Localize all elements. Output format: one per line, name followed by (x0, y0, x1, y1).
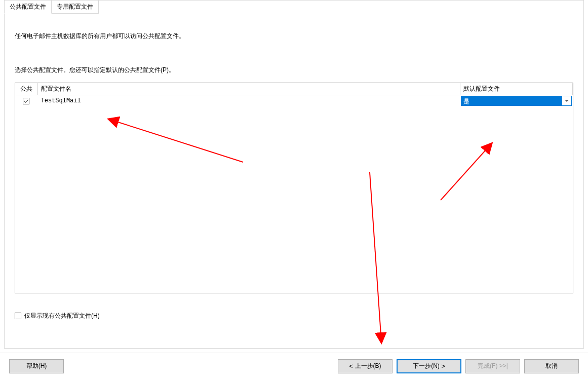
description-text: 任何电子邮件主机数据库的所有用户都可以访问公共配置文件。 (15, 32, 573, 41)
next-button[interactable]: 下一步(N) > (397, 359, 461, 373)
chevron-right-icon: > (442, 363, 445, 370)
cell-default-dropdown[interactable]: 是 (460, 95, 573, 107)
header-default-profile[interactable]: 默认配置文件 (460, 83, 573, 95)
help-button[interactable]: 帮助(H) (9, 359, 64, 373)
panel-body: 任何电子邮件主机数据库的所有用户都可以访问公共配置文件。 选择公共配置文件。您还… (5, 12, 583, 348)
tab-strip: 公共配置文件 专用配置文件 (4, 0, 99, 14)
cell-public-checkbox[interactable] (15, 95, 37, 107)
tab-private-profiles[interactable]: 专用配置文件 (52, 0, 99, 14)
tab-public-profiles[interactable]: 公共配置文件 (4, 0, 52, 14)
show-only-label: 仅显示现有公共配置文件(H) (24, 312, 100, 320)
chevron-down-icon[interactable] (562, 96, 571, 105)
content-panel: 公共配置文件 专用配置文件 任何电子邮件主机数据库的所有用户都可以访问公共配置文… (4, 0, 584, 349)
table-row[interactable]: TestSqlMail 是 (15, 95, 573, 107)
profiles-table: 公共 配置文件名 默认配置文件 TestSqlMail 是 (15, 83, 573, 106)
profiles-table-container: 公共 配置文件名 默认配置文件 TestSqlMail 是 (15, 83, 573, 293)
back-button-label: 上一步(B) (355, 362, 381, 370)
dropdown-value: 是 (463, 98, 469, 105)
default-profile-dropdown[interactable]: 是 (461, 96, 572, 106)
finish-button: 完成(F) >>| (465, 359, 520, 373)
show-only-checkbox[interactable] (15, 313, 21, 319)
table-header-row: 公共 配置文件名 默认配置文件 (15, 83, 573, 95)
show-only-existing-row: 仅显示现有公共配置文件(H) (15, 312, 573, 320)
cell-profile-name[interactable]: TestSqlMail (37, 95, 460, 107)
header-profile-name[interactable]: 配置文件名 (37, 83, 460, 95)
back-button[interactable]: < 上一步(B) (338, 359, 393, 373)
chevron-left-icon: < (349, 363, 352, 370)
wizard-footer: 帮助(H) < 上一步(B) 下一步(N) > 完成(F) >>| 取消 (0, 353, 588, 379)
next-button-label: 下一步(N) (413, 362, 440, 370)
cancel-button[interactable]: 取消 (524, 359, 579, 373)
public-checkbox-icon[interactable] (23, 98, 29, 104)
instruction-text: 选择公共配置文件。您还可以指定默认的公共配置文件(P)。 (15, 66, 573, 74)
header-public[interactable]: 公共 (15, 83, 37, 95)
